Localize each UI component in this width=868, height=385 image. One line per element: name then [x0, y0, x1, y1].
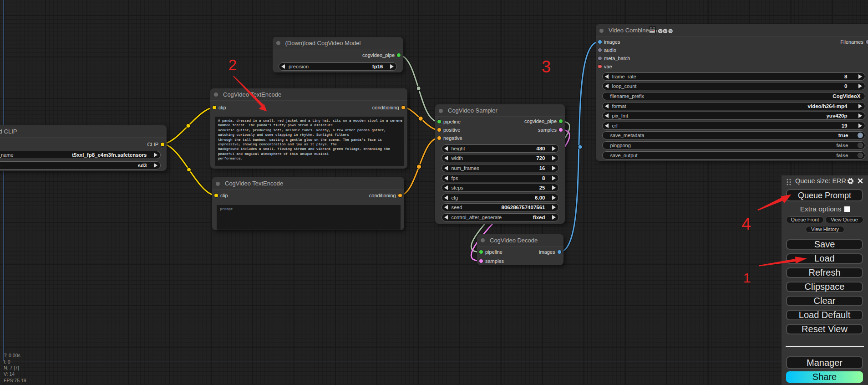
svg-text:V: V — [659, 29, 662, 33]
svg-text:H: H — [664, 29, 667, 33]
svg-text:S: S — [669, 29, 671, 33]
